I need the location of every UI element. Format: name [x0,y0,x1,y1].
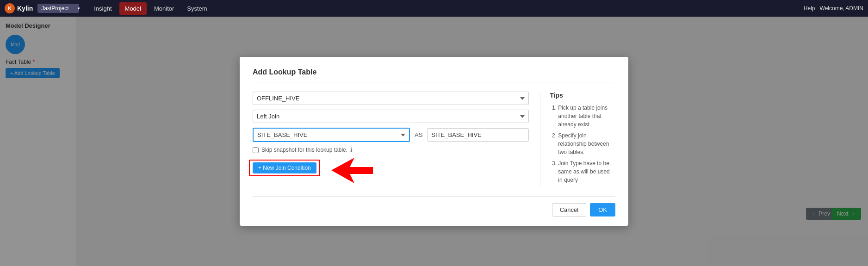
db-select[interactable]: OFFLINE_HIVE [253,92,529,105]
tips-list: Pick up a table joins another table that… [550,104,615,184]
brand-name: Kylin [17,5,33,12]
join-type-row: Left Join [253,110,529,123]
join-condition-wrapper: + New Join Condition [253,162,316,173]
cancel-button[interactable]: Cancel [552,203,586,217]
tip-item-1: Pick up a table joins another table that… [558,104,615,129]
tips-title: Tips [550,92,615,99]
modal-title: Add Lookup Table [253,68,615,82]
tip-item-2: Specify join relationship between two ta… [558,131,615,156]
brand-icon: K [5,3,15,13]
db-select-row: OFFLINE_HIVE [253,92,529,105]
svg-marker-0 [331,158,373,183]
modal-tips: Tips Pick up a table joins another table… [540,92,615,187]
skip-snapshot-label: Skip snapshot for this lookup table. [261,147,347,153]
brand: K Kylin [5,3,33,13]
table-select-as-row: SITE_BASE_HIVE AS [253,128,529,142]
nav-item-monitor[interactable]: Monitor [149,2,180,15]
help-label[interactable]: Help [804,5,815,12]
skip-snapshot-checkbox[interactable] [253,147,259,153]
arrow-indicator [331,158,373,185]
main-area: Model Designer Mod Fact Table * + Add Lo… [0,17,868,266]
project-selector[interactable]: JastProject [37,4,79,13]
skip-snapshot-row: Skip snapshot for this lookup table. ℹ [253,147,529,153]
navbar-right: Help Welcome, ADMIN [804,5,863,12]
as-label: AS [415,131,422,138]
modal-overlay: Add Lookup Table OFFLINE_HIVE Left Join [0,17,868,266]
navbar: K Kylin JastProject Insight Model Monito… [0,0,868,17]
modal-add-lookup-table: Add Lookup Table OFFLINE_HIVE Left Join [240,57,628,226]
welcome-label: Welcome, ADMIN [820,5,863,12]
modal-form: OFFLINE_HIVE Left Join SITE_BASE_HIVE [253,92,529,187]
nav-item-insight[interactable]: Insight [88,2,117,15]
info-icon[interactable]: ℹ [350,147,353,153]
table-select[interactable]: SITE_BASE_HIVE [253,128,410,142]
ok-button[interactable]: OK [590,203,615,217]
project-selector-wrapper[interactable]: JastProject [37,4,83,13]
new-join-condition-button[interactable]: + New Join Condition [253,162,316,173]
nav-item-model[interactable]: Model [119,2,147,15]
nav-item-system[interactable]: System [181,2,212,15]
tip-item-3: Join Type have to be same as will be use… [558,159,615,184]
modal-footer: Cancel OK [253,196,615,217]
join-type-select[interactable]: Left Join [253,110,529,123]
modal-body: OFFLINE_HIVE Left Join SITE_BASE_HIVE [253,92,615,187]
join-condition-area: + New Join Condition [253,162,316,173]
as-input[interactable] [427,128,529,142]
